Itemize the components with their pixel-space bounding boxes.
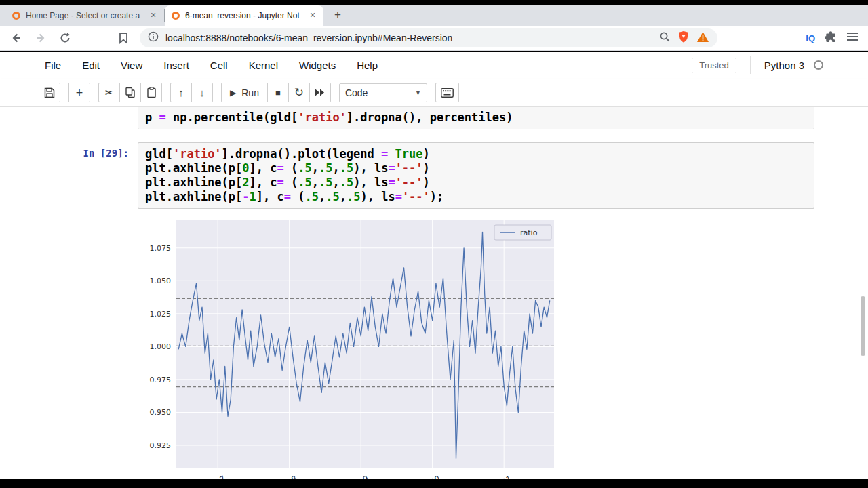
save-button[interactable] [39, 83, 60, 102]
y-tick-label: 1.000 [150, 342, 172, 351]
url-bar[interactable]: localhost:8888/notebooks/6-mean_reversio… [140, 28, 717, 47]
menu-widgets[interactable]: Widgets [299, 60, 336, 71]
run-label: Run [241, 87, 259, 98]
browser-nav-bar: localhost:8888/notebooks/6-mean_reversio… [0, 26, 868, 51]
kernel-name: Python 3 [764, 60, 804, 71]
close-tab-icon[interactable]: × [307, 10, 318, 21]
browser-tab-bar: Home Page - Select or create a not × 6-m… [0, 5, 868, 26]
jupyter-favicon [172, 12, 180, 20]
notebook-content: p = np.percentile(gld['ratio'].dropna(),… [0, 107, 868, 479]
legend-label: ratio [520, 228, 538, 237]
kernel-idle-icon [814, 60, 823, 70]
letterbox-top [0, 0, 868, 5]
extensions-puzzle-icon[interactable] [825, 30, 837, 45]
code-line: plt.axhline(p[0], c= (.5,.5,.5), ls='--'… [145, 161, 807, 176]
zoom-icon[interactable] [659, 31, 671, 45]
move-cell-down-button[interactable]: ↓ [191, 83, 213, 102]
code-input-area[interactable]: gld['ratio'].dropna().plot(legend = True… [138, 142, 814, 209]
menu-file[interactable]: File [45, 60, 61, 71]
jupyter-toolbar: + ✂ ↑ ↓ ▶ Run ■ ↻ [0, 79, 868, 107]
x-tick-label: 2021 [492, 474, 513, 479]
restart-run-all-button[interactable] [309, 83, 331, 102]
menu-insert[interactable]: Insert [163, 60, 189, 71]
code-line: plt.axhline(p[2], c= (.5,.5,.5), ls='--'… [145, 176, 807, 190]
cell-type-value: Code [345, 87, 368, 98]
command-palette-button[interactable] [435, 83, 459, 102]
copy-cell-button[interactable] [119, 83, 141, 102]
restart-kernel-button[interactable]: ↻ [288, 83, 310, 102]
cell-prompt-empty [0, 107, 138, 129]
site-info-icon[interactable] [148, 31, 159, 45]
run-button[interactable]: ▶ Run [221, 83, 268, 102]
tab-title: Home Page - Select or create a not [26, 11, 142, 20]
restart-icon: ↻ [294, 87, 304, 98]
x-tick-label: 2018 [277, 474, 298, 479]
close-tab-icon[interactable]: × [148, 10, 159, 21]
y-tick-label: 1.075 [150, 244, 172, 253]
cut-cell-button[interactable]: ✂ [98, 83, 120, 102]
menu-cell[interactable]: Cell [210, 60, 228, 71]
arrow-down-icon: ↓ [199, 87, 205, 98]
trusted-badge[interactable]: Trusted [692, 58, 736, 73]
code-line: plt.axhline(p[-1], c= (.5,.5,.5), ls='--… [145, 190, 807, 204]
jupyter-favicon [12, 12, 20, 20]
paste-icon [146, 87, 157, 98]
jupyter-menu-bar: File Edit View Insert Cell Kernel Widget… [0, 52, 868, 79]
nav-right-cluster: IQ [806, 30, 859, 45]
y-tick-label: 0.950 [150, 408, 172, 417]
back-icon[interactable] [5, 27, 27, 49]
screen: Home Page - Select or create a not × 6-m… [0, 0, 868, 488]
forward-icon[interactable] [30, 27, 52, 49]
ratio-line-chart: 0.9250.9500.9751.0001.0251.0501.07520172… [136, 219, 563, 479]
menu-divider [750, 56, 751, 74]
keyboard-icon [441, 88, 454, 98]
bookmark-icon[interactable] [113, 27, 134, 49]
warning-triangle-icon[interactable] [696, 31, 709, 45]
cut-icon: ✂ [105, 87, 114, 98]
code-input-area[interactable]: p = np.percentile(gld['ratio'].dropna(),… [138, 107, 814, 129]
reload-icon[interactable] [54, 27, 76, 49]
code-line: p = np.percentile(gld['ratio'].dropna(),… [145, 110, 807, 125]
y-tick-label: 1.050 [150, 277, 172, 285]
y-tick-label: 1.025 [150, 310, 172, 319]
letterbox-bottom [0, 479, 868, 488]
plot-background [176, 220, 554, 468]
y-tick-label: 0.975 [150, 375, 172, 384]
x-tick-label: 2019 [349, 474, 370, 479]
add-cell-button[interactable]: + [68, 83, 90, 102]
tab-home-page[interactable]: Home Page - Select or create a not × [5, 5, 164, 26]
menu-view[interactable]: View [121, 60, 142, 71]
code-line: gld['ratio'].dropna().plot(legend = True… [145, 147, 807, 161]
url-input[interactable]: localhost:8888/notebooks/6-mean_reversio… [165, 33, 652, 43]
cell-output-area: 0.9250.9500.9751.0001.0251.0501.07520172… [0, 219, 868, 479]
code-cell-29[interactable]: In [29]: gld['ratio'].dropna().plot(lege… [0, 142, 868, 209]
x-tick-label: 2017 [206, 474, 227, 479]
page-scrollbar-thumb[interactable] [861, 296, 865, 356]
y-tick-label: 0.925 [150, 441, 172, 450]
brave-shield-icon[interactable] [677, 30, 690, 46]
stop-icon: ■ [275, 88, 281, 97]
code-cell-partial[interactable]: p = np.percentile(gld['ratio'].dropna(),… [0, 107, 868, 129]
cell-prompt: In [29]: [0, 142, 138, 209]
chevron-down-icon: ▼ [415, 89, 421, 96]
plus-icon: + [76, 87, 83, 99]
jupyter-page: File Edit View Insert Cell Kernel Widget… [0, 52, 868, 479]
browser-menu-icon[interactable] [846, 31, 859, 45]
paste-cell-button[interactable] [140, 83, 162, 102]
x-tick-label: 2020 [420, 474, 441, 479]
tab-mean-reversion[interactable]: 6-mean_reversion - Jupyter Not × [165, 5, 323, 26]
menu-help[interactable]: Help [357, 60, 378, 71]
nav-buttons [5, 27, 76, 49]
run-icon: ▶ [230, 89, 236, 97]
cell-type-select[interactable]: Code ▼ [339, 83, 427, 102]
kernel-status-area: Trusted Python 3 [692, 56, 823, 74]
move-cell-up-button[interactable]: ↑ [170, 83, 192, 102]
menu-kernel[interactable]: Kernel [249, 60, 278, 71]
interrupt-kernel-button[interactable]: ■ [267, 83, 289, 102]
fast-forward-icon [315, 88, 325, 97]
copy-icon [125, 87, 136, 98]
menu-edit[interactable]: Edit [82, 60, 100, 71]
arrow-up-icon: ↑ [178, 87, 184, 98]
new-tab-button[interactable]: + [329, 7, 347, 24]
iq-extension-icon[interactable]: IQ [806, 33, 815, 43]
